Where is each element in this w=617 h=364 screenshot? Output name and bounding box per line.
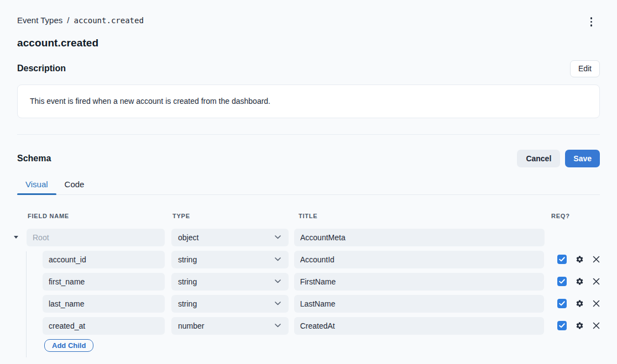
- save-button[interactable]: Save: [565, 150, 600, 167]
- field-name-input[interactable]: [43, 273, 165, 291]
- close-icon: [593, 278, 600, 285]
- remove-field-button[interactable]: [593, 322, 600, 329]
- breadcrumb-separator: /: [67, 15, 69, 25]
- add-child-button[interactable]: Add Child: [44, 339, 93, 352]
- gear-icon: [576, 299, 584, 308]
- tree-indent-guide: [26, 251, 27, 357]
- remove-field-button[interactable]: [593, 256, 600, 263]
- remove-field-button[interactable]: [593, 300, 600, 307]
- field-title-input[interactable]: [294, 295, 544, 313]
- section-divider: [17, 134, 600, 135]
- field-type-select[interactable]: number: [171, 317, 289, 335]
- schema-table-body: object string: [13, 229, 600, 352]
- chevron-down-icon: [275, 235, 281, 239]
- gear-icon: [576, 255, 584, 263]
- field-row-created-at: number: [13, 317, 600, 335]
- required-checkbox[interactable]: [557, 255, 567, 264]
- field-type-select[interactable]: string: [171, 295, 289, 313]
- field-type-value: string: [178, 255, 197, 264]
- column-header-req: REQ?: [551, 213, 570, 219]
- field-row-first-name: string: [13, 273, 600, 291]
- field-settings-button[interactable]: [576, 299, 584, 308]
- kebab-menu-icon[interactable]: [587, 15, 596, 28]
- field-settings-button[interactable]: [576, 255, 584, 263]
- field-type-select[interactable]: string: [171, 273, 289, 291]
- tab-visual[interactable]: Visual: [17, 180, 56, 194]
- root-type-value: object: [178, 233, 198, 242]
- field-type-select[interactable]: string: [171, 251, 289, 268]
- root-type-select[interactable]: object: [171, 229, 289, 246]
- schema-header: Schema Cancel Save: [17, 150, 600, 167]
- column-header-type: TYPE: [172, 213, 190, 219]
- description-text: This event is fired when a new account i…: [30, 97, 270, 105]
- breadcrumb: Event Types / account.created: [17, 15, 144, 25]
- field-settings-button[interactable]: [576, 277, 584, 286]
- root-title-input[interactable]: [294, 229, 545, 246]
- column-header-field-name: FIELD NAME: [28, 213, 69, 219]
- root-field-name-input[interactable]: [27, 229, 165, 246]
- field-type-value: string: [178, 277, 197, 286]
- top-bar: Event Types / account.created: [17, 15, 600, 28]
- chevron-down-icon: [275, 257, 281, 261]
- cancel-button[interactable]: Cancel: [517, 150, 560, 167]
- close-icon: [593, 322, 600, 329]
- schema-editor-tabs: Visual Code: [17, 180, 600, 195]
- field-name-input[interactable]: [43, 295, 165, 313]
- edit-description-button[interactable]: Edit: [570, 60, 600, 77]
- field-title-input[interactable]: [294, 273, 544, 291]
- field-row-last-name: string: [13, 295, 600, 313]
- close-icon: [593, 256, 600, 263]
- field-title-input[interactable]: [294, 251, 544, 268]
- description-header: Description Edit: [17, 60, 600, 77]
- checkmark-icon: [559, 301, 565, 306]
- caret-down-icon[interactable]: [14, 236, 18, 239]
- gear-icon: [576, 277, 584, 286]
- schema-heading: Schema: [17, 154, 51, 163]
- field-settings-button[interactable]: [576, 321, 584, 330]
- field-type-value: number: [178, 321, 204, 330]
- tab-code[interactable]: Code: [56, 180, 93, 194]
- field-row-account-id: string: [13, 251, 600, 268]
- event-type-detail-page: Event Types / account.created account.cr…: [0, 0, 617, 364]
- chevron-down-icon: [275, 302, 281, 305]
- checkmark-icon: [559, 323, 565, 328]
- add-child-row: Add Child: [13, 339, 600, 352]
- field-title-input[interactable]: [294, 317, 544, 335]
- column-header-title: TITLE: [299, 213, 317, 219]
- schema-actions: Cancel Save: [517, 150, 600, 167]
- checkmark-icon: [559, 257, 565, 262]
- remove-field-button[interactable]: [593, 278, 600, 285]
- chevron-down-icon: [275, 279, 281, 283]
- page-title: account.created: [17, 37, 600, 49]
- required-checkbox[interactable]: [557, 321, 567, 330]
- required-checkbox[interactable]: [557, 277, 567, 286]
- gear-icon: [576, 321, 584, 330]
- description-card: This event is fired when a new account i…: [17, 85, 600, 118]
- breadcrumb-current: account.created: [74, 16, 143, 25]
- field-name-input[interactable]: [43, 251, 165, 268]
- description-heading: Description: [17, 64, 66, 73]
- checkmark-icon: [559, 279, 565, 284]
- chevron-down-icon: [275, 324, 281, 328]
- breadcrumb-section[interactable]: Event Types: [17, 15, 62, 25]
- field-type-value: string: [178, 299, 197, 308]
- close-icon: [593, 300, 600, 307]
- field-name-input[interactable]: [43, 317, 165, 335]
- schema-root-row: object: [13, 229, 600, 246]
- required-checkbox[interactable]: [557, 299, 567, 308]
- schema-table: FIELD NAME TYPE TITLE REQ? object: [13, 213, 600, 352]
- schema-table-header: FIELD NAME TYPE TITLE REQ?: [13, 213, 600, 219]
